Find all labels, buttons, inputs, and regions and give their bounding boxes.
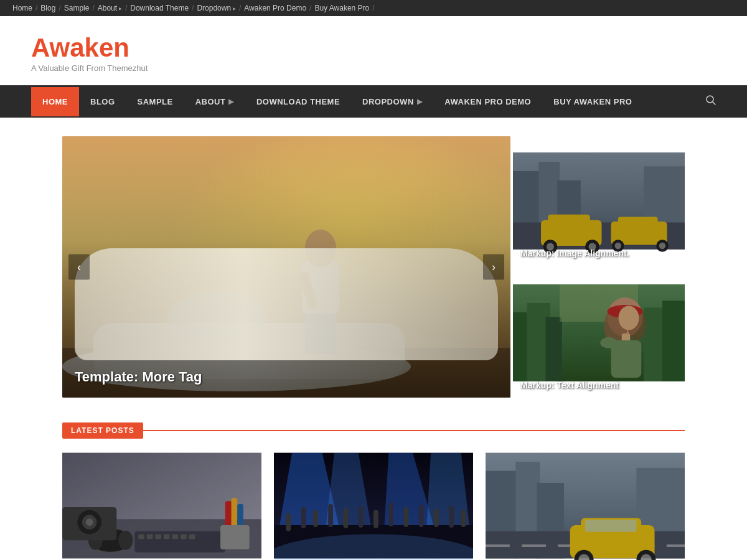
topbar-sep-7: / — [309, 4, 311, 12]
slider-image — [62, 136, 510, 398]
post-card-3[interactable] — [486, 451, 685, 560]
svg-rect-76 — [286, 513, 291, 531]
search-icon — [706, 95, 716, 105]
section-title: LATEST POSTS — [62, 422, 143, 439]
post-thumb-3 — [486, 451, 685, 560]
post-image-2 — [274, 451, 473, 560]
site-logo[interactable]: Awaken A Valuable Gift From Themezhut — [31, 35, 716, 73]
nav-item-home[interactable]: HOME — [31, 87, 79, 116]
thumbnail-title-1: Markup: Image Alignment. — [520, 248, 677, 258]
page-wrapper: Home / Blog / Sample / About / Download … — [0, 0, 747, 560]
latest-posts-section: LATEST POSTS — [62, 422, 685, 560]
thumbnail-item-1[interactable]: Markup: Image Alignment. — [513, 136, 685, 266]
thumbnail-item-2[interactable]: Markup: Text Alignment — [513, 268, 685, 398]
topbar-sep-4: / — [125, 4, 127, 12]
svg-rect-77 — [301, 507, 306, 528]
nav-label-blog: BLOG — [90, 97, 115, 106]
svg-rect-8 — [305, 310, 336, 354]
main-navigation: HOME BLOG SAMPLE ABOUT ▶ DOWNLOAD THEME … — [0, 85, 747, 118]
search-button[interactable] — [697, 85, 716, 118]
svg-point-7 — [168, 292, 268, 342]
post-image-3 — [486, 451, 685, 560]
thumbnail-title-2: Markup: Text Alignment — [520, 380, 677, 390]
svg-line-1 — [713, 102, 716, 105]
post-card-1[interactable] — [62, 451, 261, 560]
nav-label-download-theme: DOWNLOAD THEME — [256, 97, 340, 106]
svg-rect-79 — [328, 504, 333, 527]
svg-rect-87 — [449, 506, 454, 528]
thumbnail-image-1 — [513, 136, 685, 266]
posts-grid — [62, 451, 685, 560]
slider-caption: Template: More Tag — [75, 369, 498, 385]
svg-rect-69 — [62, 453, 261, 559]
topbar-item-home[interactable]: Home — [12, 4, 32, 12]
topbar-sep-6: / — [239, 4, 241, 12]
svg-rect-47 — [513, 284, 685, 381]
svg-rect-31 — [513, 152, 685, 250]
svg-rect-83 — [388, 502, 393, 526]
topbar-item-about[interactable]: About — [98, 4, 122, 12]
slider-background — [62, 136, 510, 398]
nav-item-about[interactable]: ABOUT ▶ — [184, 87, 245, 116]
post-thumb-2 — [274, 451, 473, 560]
site-title: Awaken — [31, 35, 716, 61]
svg-rect-88 — [461, 510, 466, 527]
thumbnail-caption-1: Markup: Image Alignment. — [520, 248, 677, 258]
nav-item-buy-awaken-pro[interactable]: BUY AWAKEN PRO — [542, 87, 643, 116]
topbar-item-download-theme[interactable]: Download Theme — [130, 4, 189, 12]
post-thumb-1 — [62, 451, 261, 560]
topbar-sep-2: / — [59, 4, 60, 12]
svg-rect-12 — [62, 136, 510, 398]
site-header: Awaken A Valuable Gift From Themezhut — [0, 16, 747, 85]
post-image-1 — [62, 451, 261, 560]
section-header: LATEST POSTS — [62, 422, 685, 439]
main-slider[interactable]: ‹ › Template: More Tag — [62, 136, 510, 398]
svg-rect-80 — [344, 508, 349, 528]
nav-items-list: HOME BLOG SAMPLE ABOUT ▶ DOWNLOAD THEME … — [31, 87, 697, 116]
nav-item-sample[interactable]: SAMPLE — [126, 87, 184, 116]
nav-item-blog[interactable]: BLOG — [79, 87, 126, 116]
svg-rect-84 — [403, 507, 408, 527]
post-card-2[interactable] — [274, 451, 473, 560]
nav-label-dropdown: DROPDOWN — [362, 97, 414, 106]
nav-item-download-theme[interactable]: DOWNLOAD THEME — [245, 87, 351, 116]
about-arrow-icon: ▶ — [228, 98, 234, 106]
nav-item-dropdown[interactable]: DROPDOWN ▶ — [351, 87, 433, 116]
top-admin-bar: Home / Blog / Sample / About / Download … — [0, 0, 747, 16]
slider-next-button[interactable]: › — [483, 254, 504, 280]
topbar-item-buy-awaken-pro[interactable]: Buy Awaken Pro — [314, 4, 369, 12]
nav-label-awaken-pro-demo: AWAKEN PRO DEMO — [444, 97, 531, 106]
svg-rect-9 — [302, 261, 339, 314]
svg-rect-82 — [374, 510, 378, 528]
section-divider — [143, 430, 685, 431]
svg-rect-78 — [313, 510, 318, 527]
main-content: ‹ › Template: More Tag — [31, 136, 716, 560]
svg-rect-11 — [299, 271, 317, 309]
dropdown-arrow-icon: ▶ — [417, 98, 423, 106]
slider-prev-button[interactable]: ‹ — [68, 254, 90, 280]
nav-label-sample: SAMPLE — [138, 97, 173, 106]
thumbnail-caption-2: Markup: Text Alignment — [520, 380, 677, 390]
topbar-sep-8: / — [372, 4, 374, 12]
featured-section: ‹ › Template: More Tag — [62, 136, 685, 398]
topbar-sep-1: / — [35, 4, 37, 12]
side-thumbnails: Markup: Image Alignment. — [513, 136, 685, 398]
topbar-item-awaken-pro-demo[interactable]: Awaken Pro Demo — [244, 4, 306, 12]
topbar-item-blog[interactable]: Blog — [40, 4, 55, 12]
topbar-item-dropdown[interactable]: Dropdown — [197, 4, 235, 12]
topbar-sep-3: / — [92, 4, 94, 12]
svg-rect-86 — [434, 509, 439, 527]
nav-label-home: HOME — [42, 97, 68, 106]
topbar-sep-5: / — [192, 4, 194, 12]
slider-title: Template: More Tag — [75, 369, 498, 385]
svg-rect-81 — [359, 506, 364, 528]
nav-label-about: ABOUT — [195, 97, 226, 106]
nav-label-buy-awaken-pro: BUY AWAKEN PRO — [553, 97, 632, 106]
thumbnail-image-2 — [513, 268, 685, 398]
site-tagline: A Valuable Gift From Themezhut — [31, 63, 716, 73]
nav-item-awaken-pro-demo[interactable]: AWAKEN PRO DEMO — [433, 87, 542, 116]
svg-rect-109 — [486, 453, 685, 559]
svg-rect-85 — [419, 505, 424, 527]
topbar-item-sample[interactable]: Sample — [64, 4, 90, 12]
